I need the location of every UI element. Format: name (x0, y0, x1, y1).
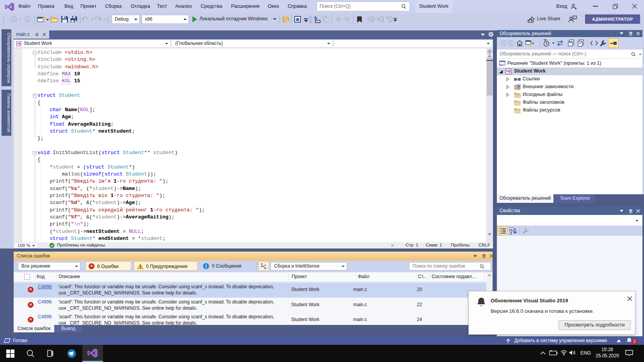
svg-text:Z: Z (510, 231, 512, 235)
svg-text:?: ? (343, 17, 345, 22)
svg-text:A: A (511, 228, 513, 231)
